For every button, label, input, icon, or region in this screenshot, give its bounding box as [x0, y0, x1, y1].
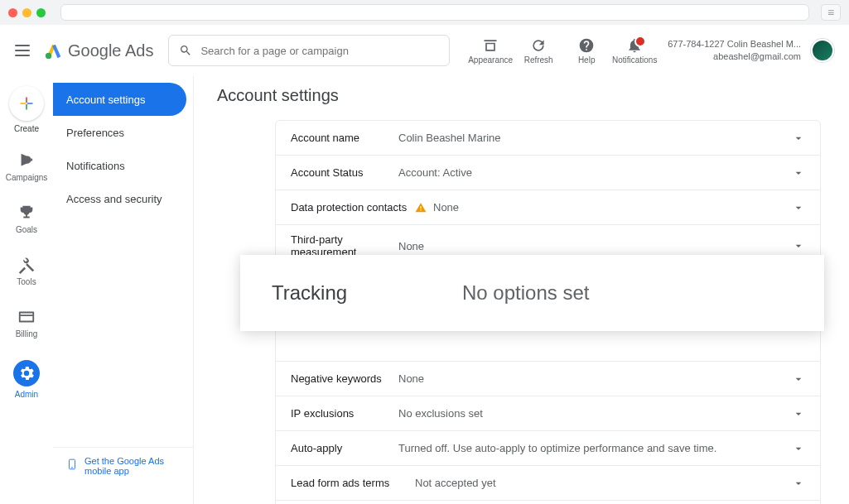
refresh-icon [530, 37, 547, 54]
megaphone-icon [17, 151, 36, 170]
sidebar-item-account-settings[interactable]: Account settings [53, 83, 186, 116]
row-label: Negative keywords [291, 372, 398, 385]
app-header: Google Ads Appearance Refresh Help Notif… [0, 25, 849, 76]
google-ads-logo-icon [45, 41, 63, 60]
mobile-app-link[interactable]: Get the Google Ads mobile app [53, 447, 193, 484]
svg-point-0 [46, 53, 51, 59]
row-label: Data protection contacts [291, 201, 415, 214]
search-bar[interactable] [168, 35, 450, 66]
tracking-overlay[interactable]: Tracking No options set [240, 255, 824, 331]
svg-rect-3 [26, 104, 27, 110]
svg-rect-2 [27, 103, 33, 104]
row-value: None [398, 372, 792, 385]
sidebar-item-preferences[interactable]: Preferences [53, 116, 193, 149]
row-value: None [415, 201, 792, 214]
refresh-button[interactable]: Refresh [515, 37, 562, 65]
chevron-down-icon [792, 201, 805, 214]
row-label: Account name [291, 132, 398, 144]
account-email: abeashel@gmail.com [668, 50, 801, 63]
appearance-button[interactable]: Appearance [467, 37, 514, 65]
chevron-down-icon [792, 477, 805, 490]
plus-icon [18, 95, 35, 112]
notifications-button[interactable]: Notifications [611, 37, 658, 65]
row-value: Colin Beashel Marine [398, 132, 792, 144]
card-icon [17, 308, 36, 326]
row-value: Not accepted yet [415, 477, 792, 489]
bell-icon [626, 37, 643, 54]
chevron-down-icon [792, 166, 805, 180]
row-ip-exclusions[interactable]: IP exclusions No exclusions set [276, 396, 820, 431]
rail-item-admin[interactable]: Admin [2, 357, 51, 402]
sidebar: Account settings Preferences Notificatio… [53, 76, 194, 504]
url-bar[interactable] [60, 4, 809, 21]
row-auto-apply[interactable]: Auto-apply Turned off. Use auto-apply to… [276, 431, 820, 466]
browser-menu-icon[interactable]: ≡ [821, 4, 841, 21]
sidebar-item-notifications[interactable]: Notifications [53, 149, 193, 182]
window-maximize-dot[interactable] [36, 8, 46, 17]
rail-item-campaigns[interactable]: Campaigns [2, 148, 51, 185]
appearance-icon [482, 37, 499, 54]
row-value: Account: Active [398, 166, 792, 179]
create-button[interactable] [9, 86, 44, 121]
app-logo-text: Google Ads [68, 41, 153, 60]
search-icon [179, 44, 192, 57]
row-data-protection[interactable]: Data protection contacts None [276, 190, 820, 225]
row-value: Turned off. Use auto-apply to optimize p… [398, 442, 792, 454]
row-negative-keywords[interactable]: Negative keywords None [276, 362, 820, 396]
row-customer-match[interactable]: Customer Match Smart bidding and optimiz… [276, 501, 820, 504]
help-icon [578, 37, 595, 54]
page-title: Account settings [217, 86, 826, 105]
chevron-down-icon [792, 442, 805, 455]
row-label: Account Status [291, 166, 398, 179]
window-close-dot[interactable] [8, 8, 17, 17]
chevron-down-icon [792, 372, 805, 386]
warning-icon [415, 202, 427, 214]
chevron-down-icon [792, 407, 805, 420]
row-label: Lead form ads terms [291, 477, 415, 489]
help-button[interactable]: Help [563, 37, 610, 65]
svg-rect-6 [71, 468, 73, 468]
sidebar-item-access-security[interactable]: Access and security [53, 182, 193, 215]
row-value: None [398, 240, 792, 252]
search-input[interactable] [200, 45, 439, 57]
row-account-name[interactable]: Account name Colin Beashel Marine [276, 121, 820, 156]
tracking-label: Tracking [272, 281, 462, 305]
chevron-down-icon [792, 239, 805, 252]
row-label: Auto-apply [291, 442, 398, 454]
avatar[interactable] [811, 39, 834, 62]
app-logo[interactable]: Google Ads [45, 41, 153, 60]
window-minimize-dot[interactable] [22, 8, 31, 17]
phone-icon [66, 456, 78, 473]
tracking-value: No options set [462, 281, 589, 305]
rail-item-billing[interactable]: Billing [2, 305, 51, 342]
row-lead-form[interactable]: Lead form ads terms Not accepted yet [276, 466, 820, 501]
left-rail: Create Campaigns Goals Tools Billing Adm… [0, 76, 53, 504]
hamburger-menu-icon[interactable] [15, 45, 30, 56]
chevron-down-icon [792, 132, 805, 145]
trophy-icon [17, 204, 36, 222]
tools-icon [17, 256, 36, 274]
rail-item-tools[interactable]: Tools [2, 252, 51, 290]
rail-item-goals[interactable]: Goals [2, 200, 51, 238]
gear-icon [17, 364, 36, 382]
row-account-status[interactable]: Account Status Account: Active [276, 156, 820, 190]
account-info[interactable]: 677-784-1227 Colin Beashel M... abeashel… [668, 38, 801, 63]
window-titlebar: ≡ [0, 0, 849, 25]
svg-rect-1 [26, 98, 27, 103]
row-label: IP exclusions [291, 407, 398, 420]
create-label: Create [14, 124, 39, 133]
row-value: No exclusions set [398, 407, 792, 420]
svg-rect-4 [21, 103, 27, 104]
account-id-line: 677-784-1227 Colin Beashel M... [668, 38, 801, 50]
